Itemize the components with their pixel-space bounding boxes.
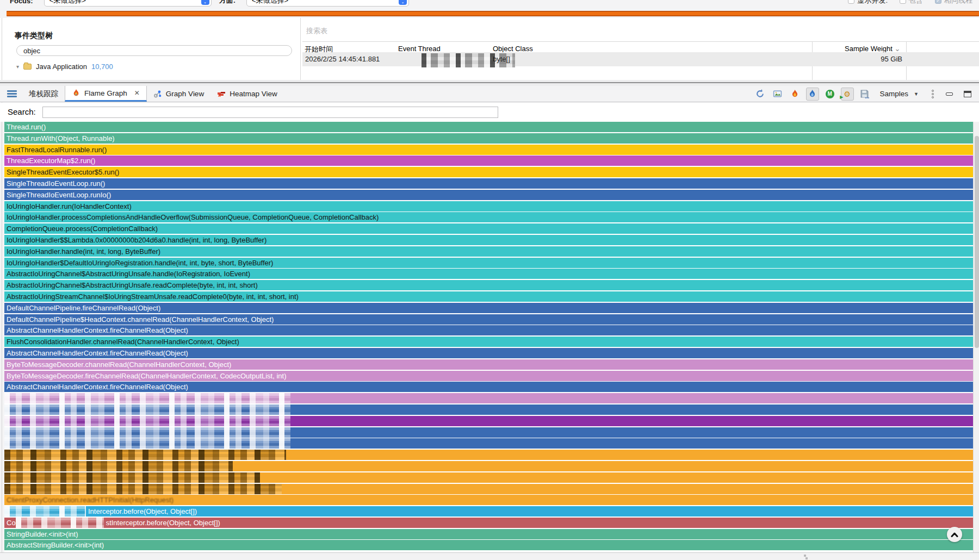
show-concurrency-checkbox[interactable]	[848, 0, 854, 4]
frame-label: SingleThreadIoEventLoop.runIo()	[4, 190, 111, 200]
folder-icon	[23, 64, 32, 70]
flame-row[interactable]: FastThreadLocalRunnable.run()	[4, 145, 973, 155]
flame-row[interactable]: IoUringIoHandler.run(IoHandlerContext)	[4, 201, 973, 211]
tree-item-label: Java Application	[36, 63, 87, 71]
memory-m-icon[interactable]: M	[823, 88, 837, 101]
column-header-event-thread[interactable]: Event Thread	[398, 45, 441, 53]
scrollbar-thumb[interactable]	[975, 136, 979, 348]
dropdown-stepper-icon: ⌃⌄	[399, 0, 407, 5]
redacted-block	[4, 484, 282, 494]
table-search-input[interactable]	[306, 24, 959, 36]
flame-row[interactable]: AbstractIoUringChannel$AbstractUringUnsa…	[4, 280, 973, 290]
run-settings-gear-icon[interactable]: ⚙	[841, 88, 854, 101]
flame-row[interactable]: IoUringIoHandler$$Lambda.0x00000000b204d…	[4, 235, 973, 245]
flame-row[interactable]: Interceptor.before(Object, Object[])	[4, 506, 973, 517]
flame-row[interactable]: DefaultChannelPipeline$HeadContext.chann…	[4, 314, 973, 325]
resize-grip-icon[interactable]	[804, 555, 806, 557]
frame-label: Thread.run()	[4, 122, 46, 132]
resize-grip-icon[interactable]	[805, 557, 808, 559]
flame-blue-icon[interactable]	[806, 88, 819, 101]
flame-row[interactable]	[4, 416, 973, 426]
flame-row[interactable]: CostInterceptor.before(Object, Object[])	[4, 518, 973, 528]
flame-row[interactable]: SingleThreadIoEventLoop.runIo()	[4, 190, 973, 200]
flame-row[interactable]: Thread.run()	[4, 122, 973, 132]
frame-label: StringBuilder.<init>(int)	[4, 529, 78, 539]
cell-object-class: byte[]	[493, 55, 510, 63]
table-row[interactable]: 2026/2/25 14:45:41.881 byte[] 95 GiB	[302, 52, 979, 66]
same-thread-checkbox[interactable]: ✓	[935, 0, 941, 4]
frame-label: AbstractChannelHandlerContext.fireChanne…	[4, 325, 188, 335]
stack-trace-menu-icon[interactable]	[7, 90, 17, 97]
flame-row[interactable]: DefaultChannelPipeline.fireChannelRead(O…	[4, 303, 973, 313]
column-header-sample-weight[interactable]: Sample Weight ⌄	[845, 45, 900, 53]
flame-search-row: Search:	[0, 103, 979, 122]
vertical-scrollbar[interactable]	[973, 122, 979, 552]
frame-label: ThreadExecutorMap$2.run()	[4, 155, 95, 166]
flame-row[interactable]: SingleThreadIoEventLoop.run()	[4, 178, 973, 189]
maximize-icon[interactable]	[964, 91, 971, 97]
more-kebab-icon[interactable]	[932, 90, 934, 98]
frame-label: AbstractChannelHandlerContext.fireChanne…	[4, 348, 188, 358]
event-tree-search-input[interactable]	[16, 45, 292, 56]
flame-search-input[interactable]	[42, 107, 498, 118]
minimize-icon[interactable]	[946, 92, 953, 96]
flame-row[interactable]: StringBuilder.<init>(int)	[4, 529, 973, 539]
redacted-block	[4, 461, 233, 471]
column-header-object-class[interactable]: Object Class	[493, 45, 533, 53]
flame-orange-icon[interactable]	[789, 88, 802, 101]
flame-row[interactable]: ByteToMessageDecoder.fireChannelRead(Cha…	[4, 371, 973, 381]
tab-heatmap-view[interactable]: Heatmap View	[210, 86, 284, 102]
flame-row[interactable]: IoUringIoHandler.processCompletionsAndHa…	[4, 212, 973, 222]
frame-label: SingleThreadIoEventLoop.run()	[4, 178, 105, 189]
flame-row[interactable]: SingleThreadEventExecutor$5.run()	[4, 167, 973, 177]
frame-label: AbstractChannelHandlerContext.fireChanne…	[4, 382, 188, 392]
samples-dropdown[interactable]: Samples	[880, 90, 909, 98]
redacted-block	[4, 450, 286, 460]
flame-row[interactable]: FlushConsolidationHandler.channelRead(Ch…	[4, 337, 973, 347]
tree-twisty-icon[interactable]: ▾	[16, 64, 19, 70]
tab-stack-trace[interactable]: 堆栈跟踪	[22, 86, 65, 102]
flame-row[interactable]: IoUringIoHandler$DefaultIoUringIoRegistr…	[4, 258, 973, 268]
redacted-block	[4, 427, 290, 438]
scroll-to-top-button[interactable]	[947, 527, 962, 542]
flame-row[interactable]	[4, 484, 973, 494]
flame-row[interactable]: ClientProxyConnection.readHTTPInitial(Ht…	[4, 495, 973, 505]
flame-row[interactable]: Thread.runWith(Object, Runnable)	[4, 133, 973, 144]
flame-row[interactable]	[4, 461, 973, 471]
close-tab-icon[interactable]: ✕	[134, 89, 140, 97]
aspect-dropdown[interactable]: <未做选择> ⌃⌄	[246, 0, 409, 7]
frame-label: AbstractIoUringChannel$AbstractUringUnsa…	[4, 269, 250, 279]
contains-checkbox[interactable]	[900, 0, 906, 4]
flame-row[interactable]: IoUringIoHandler.handle(int, int, long, …	[4, 246, 973, 257]
refresh-icon[interactable]	[754, 88, 767, 101]
flame-row[interactable]: AbstractChannelHandlerContext.fireChanne…	[4, 382, 973, 392]
horizontal-splitter[interactable]	[0, 80, 979, 86]
flame-row[interactable]: ThreadExecutorMap$2.run()	[4, 155, 973, 166]
frame-label: ClientProxyConnection.readHTTPInitial(Ht…	[4, 495, 174, 505]
export-image-icon[interactable]	[771, 88, 784, 101]
chevron-up-icon	[951, 532, 958, 537]
flame-row[interactable]	[4, 438, 973, 449]
flame-row[interactable]: AbstractIoUringChannel$AbstractUringUnsa…	[4, 269, 973, 279]
samples-caret-icon[interactable]: ▼	[914, 91, 919, 97]
focus-dropdown-value: <未做选择>	[49, 0, 86, 5]
flame-row[interactable]	[4, 450, 973, 460]
flame-row[interactable]: AbstractStringBuilder.<init>(int)	[4, 540, 973, 550]
timeline-selection-bar[interactable]	[7, 11, 979, 16]
flame-row[interactable]	[4, 393, 973, 403]
flame-row[interactable]	[4, 427, 973, 438]
save-icon[interactable]	[858, 88, 871, 101]
flame-row[interactable]: AbstractChannelHandlerContext.fireChanne…	[4, 325, 973, 335]
flame-row[interactable]: ByteToMessageDecoder.channelRead(Channel…	[4, 359, 973, 370]
tree-item-java-application[interactable]: ▾ Java Application 10,700	[16, 58, 113, 74]
tab-flame-graph[interactable]: Flame Graph ✕	[65, 86, 147, 102]
flame-row[interactable]	[4, 405, 973, 415]
contains-label: 包含	[909, 0, 923, 5]
tab-graph-view[interactable]: Graph View	[147, 86, 210, 102]
flame-row[interactable]	[4, 472, 973, 483]
flame-row[interactable]: AbstractIoUringStreamChannel$IoUringStre…	[4, 291, 973, 302]
top-toolbar: Focus: <未做选择> ⌃⌄ 方面: <未做选择> ⌃⌄ 显示并发: 包含 …	[0, 0, 979, 7]
focus-dropdown[interactable]: <未做选择> ⌃⌄	[44, 0, 212, 7]
flame-row[interactable]: CompletionQueue.process(CompletionCallba…	[4, 223, 973, 234]
flame-row[interactable]: AbstractChannelHandlerContext.fireChanne…	[4, 348, 973, 358]
